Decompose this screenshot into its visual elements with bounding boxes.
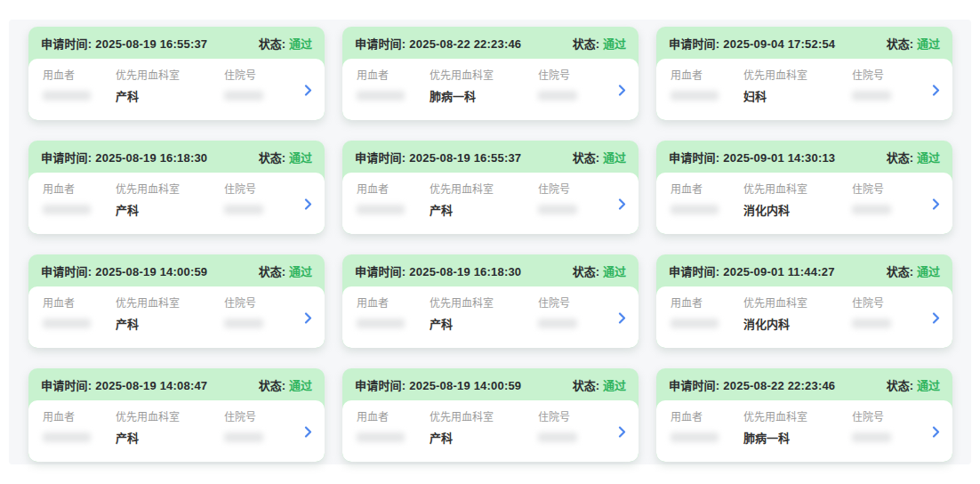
chevron-right-icon[interactable] bbox=[932, 426, 940, 438]
request-card[interactable]: 申请时间:2025-08-19 14:00:59 状态:通过 用血者 优先用血科… bbox=[28, 254, 325, 348]
card-detail-link[interactable] bbox=[928, 411, 940, 453]
request-card[interactable]: 申请时间:2025-08-22 22:23:46 状态:通过 用血者 优先用血科… bbox=[342, 27, 639, 120]
request-card[interactable]: 申请时间:2025-08-19 16:55:37 状态:通过 用血者 优先用血科… bbox=[342, 141, 639, 234]
recipient-field: 用血者 bbox=[357, 183, 430, 225]
department-value: 产科 bbox=[430, 432, 538, 445]
redacted-admission-number bbox=[224, 319, 263, 328]
request-card[interactable]: 申请时间:2025-08-22 22:23:46 状态:通过 用血者 优先用血科… bbox=[656, 368, 952, 462]
card-detail-link[interactable] bbox=[928, 297, 940, 339]
status: 状态:通过 bbox=[259, 149, 312, 165]
card-detail-link[interactable] bbox=[300, 411, 312, 453]
chevron-right-icon[interactable] bbox=[618, 198, 626, 210]
request-card[interactable]: 申请时间:2025-08-19 14:08:47 状态:通过 用血者 优先用血科… bbox=[28, 368, 325, 462]
redacted-admission-number bbox=[538, 432, 577, 442]
chevron-right-icon[interactable] bbox=[932, 85, 940, 96]
redacted-admission-number bbox=[852, 319, 891, 328]
redacted-recipient-name bbox=[671, 205, 719, 214]
request-card-header: 申请时间:2025-08-19 16:55:37 状态:通过 bbox=[28, 27, 325, 59]
redacted-recipient-name bbox=[671, 91, 719, 101]
status: 状态:通过 bbox=[573, 262, 626, 279]
card-detail-link[interactable] bbox=[614, 183, 626, 225]
chevron-right-icon[interactable] bbox=[304, 426, 312, 438]
chevron-right-icon[interactable] bbox=[932, 312, 940, 324]
admission-field: 住院号 bbox=[538, 69, 614, 111]
admission-field: 住院号 bbox=[224, 69, 300, 111]
redacted-admission-number bbox=[538, 91, 577, 101]
request-card[interactable]: 申请时间:2025-08-19 16:18:30 状态:通过 用血者 优先用血科… bbox=[28, 141, 325, 234]
redacted-recipient-name bbox=[357, 91, 405, 101]
apply-time-label: 申请时间: bbox=[669, 379, 719, 392]
redacted-recipient-name bbox=[43, 91, 91, 101]
redacted-recipient-name bbox=[357, 319, 405, 328]
status-badge: 通过 bbox=[603, 265, 626, 278]
chevron-right-icon[interactable] bbox=[618, 426, 626, 438]
department-value: 肺病一科 bbox=[743, 432, 852, 445]
status: 状态:通过 bbox=[573, 35, 626, 52]
status-badge: 通过 bbox=[917, 151, 940, 165]
chevron-right-icon[interactable] bbox=[932, 198, 940, 210]
status: 状态:通过 bbox=[887, 35, 940, 52]
request-card-body: 用血者 优先用血科室 产科 住院号 bbox=[342, 286, 639, 348]
admission-field: 住院号 bbox=[224, 297, 300, 339]
request-card[interactable]: 申请时间:2025-09-04 17:52:54 状态:通过 用血者 优先用血科… bbox=[656, 27, 952, 120]
department-label: 优先用血科室 bbox=[116, 297, 224, 310]
status-badge: 通过 bbox=[289, 37, 312, 51]
redacted-recipient-name bbox=[357, 205, 405, 214]
request-card[interactable]: 申请时间:2025-09-01 11:44:27 状态:通过 用血者 优先用血科… bbox=[656, 254, 952, 348]
request-card[interactable]: 申请时间:2025-08-19 16:18:30 状态:通过 用血者 优先用血科… bbox=[342, 254, 639, 348]
apply-time: 申请时间:2025-08-19 14:08:47 bbox=[41, 376, 207, 393]
apply-time-label: 申请时间: bbox=[41, 265, 92, 278]
status: 状态:通过 bbox=[259, 376, 312, 393]
card-detail-link[interactable] bbox=[614, 411, 626, 453]
chevron-right-icon[interactable] bbox=[304, 198, 312, 210]
recipient-label: 用血者 bbox=[357, 69, 430, 82]
status-badge: 通过 bbox=[289, 151, 312, 165]
apply-time: 申请时间:2025-08-19 16:18:30 bbox=[41, 149, 207, 165]
admission-label: 住院号 bbox=[224, 183, 300, 196]
apply-time: 申请时间:2025-09-01 11:44:27 bbox=[669, 262, 835, 279]
department-value: 产科 bbox=[116, 318, 224, 331]
redacted-admission-number bbox=[538, 319, 577, 328]
apply-time: 申请时间:2025-08-22 22:23:46 bbox=[355, 35, 521, 52]
apply-time-value: 2025-08-19 14:00:59 bbox=[95, 265, 207, 278]
department-label: 优先用血科室 bbox=[116, 69, 224, 82]
department-value: 妇科 bbox=[743, 90, 852, 103]
status-label: 状态: bbox=[573, 379, 599, 392]
department-label: 优先用血科室 bbox=[430, 411, 538, 424]
card-detail-link[interactable] bbox=[300, 69, 312, 111]
card-detail-link[interactable] bbox=[300, 183, 312, 225]
request-card[interactable]: 申请时间:2025-09-01 14:30:13 状态:通过 用血者 优先用血科… bbox=[656, 141, 952, 234]
card-detail-link[interactable] bbox=[300, 297, 312, 339]
chevron-right-icon[interactable] bbox=[618, 312, 626, 324]
chevron-right-icon[interactable] bbox=[304, 85, 312, 96]
department-field: 优先用血科室 肺病一科 bbox=[743, 411, 852, 453]
redacted-admission-number bbox=[224, 205, 263, 214]
department-field: 优先用血科室 妇科 bbox=[743, 69, 852, 111]
status-label: 状态: bbox=[573, 37, 599, 51]
request-card-body: 用血者 优先用血科室 肺病一科 住院号 bbox=[342, 59, 639, 120]
apply-time-label: 申请时间: bbox=[669, 265, 719, 278]
department-value: 产科 bbox=[430, 318, 538, 331]
apply-time-label: 申请时间: bbox=[41, 151, 92, 165]
card-detail-link[interactable] bbox=[614, 297, 626, 339]
status-badge: 通过 bbox=[917, 37, 940, 51]
request-card-header: 申请时间:2025-08-22 22:23:46 状态:通过 bbox=[342, 27, 639, 59]
card-detail-link[interactable] bbox=[614, 69, 626, 111]
redacted-recipient-name bbox=[43, 205, 91, 214]
status-badge: 通过 bbox=[603, 151, 626, 165]
department-value: 肺病一科 bbox=[430, 90, 538, 103]
status-label: 状态: bbox=[259, 265, 285, 278]
recipient-field: 用血者 bbox=[357, 411, 430, 453]
request-card[interactable]: 申请时间:2025-08-19 14:00:59 状态:通过 用血者 优先用血科… bbox=[342, 368, 639, 462]
status-badge: 通过 bbox=[289, 379, 312, 392]
card-detail-link[interactable] bbox=[928, 69, 940, 111]
request-card[interactable]: 申请时间:2025-08-19 16:55:37 状态:通过 用血者 优先用血科… bbox=[28, 27, 325, 120]
admission-label: 住院号 bbox=[852, 411, 928, 424]
admission-field: 住院号 bbox=[852, 183, 928, 225]
card-detail-link[interactable] bbox=[928, 183, 940, 225]
chevron-right-icon[interactable] bbox=[304, 312, 312, 324]
recipient-field: 用血者 bbox=[357, 297, 430, 339]
chevron-right-icon[interactable] bbox=[618, 85, 626, 96]
apply-time-label: 申请时间: bbox=[41, 379, 92, 392]
status: 状态:通过 bbox=[573, 149, 626, 165]
